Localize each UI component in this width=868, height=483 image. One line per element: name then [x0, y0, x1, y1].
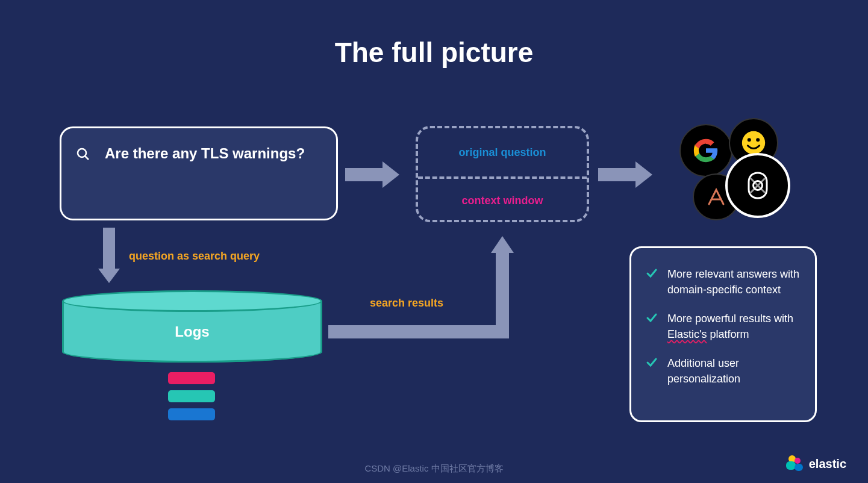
legend-bar-teal — [168, 390, 215, 402]
benefit-text: Additional user personalization — [667, 355, 801, 387]
svg-point-2 — [742, 131, 765, 154]
arrow-question-to-context — [345, 161, 399, 188]
openai-logo-icon — [725, 153, 790, 218]
color-legend-bars — [168, 372, 215, 426]
check-icon — [646, 357, 658, 369]
arrow-question-to-logs — [98, 228, 120, 283]
elastic-wordmark: elastic — [809, 457, 846, 471]
legend-bar-pink — [168, 372, 215, 384]
check-icon — [646, 267, 658, 279]
benefit-item: Additional user personalization — [646, 355, 801, 387]
footer-attribution: CSDN @Elastic 中国社区官方博客 — [0, 463, 868, 475]
arrow-results-to-context — [328, 236, 509, 338]
context-divider — [418, 176, 587, 179]
check-icon — [646, 312, 658, 324]
benefit-item: More relevant answers with domain-specif… — [646, 266, 801, 298]
label-search-results: search results — [370, 297, 443, 310]
benefit-text: More powerful results with Elastic's pla… — [667, 311, 801, 342]
svg-point-0 — [78, 149, 86, 157]
google-logo-icon — [679, 124, 732, 177]
legend-bar-blue — [168, 408, 215, 420]
search-icon — [76, 147, 90, 161]
elastic-logo-icon — [786, 455, 804, 472]
benefits-panel: More relevant answers with domain-specif… — [629, 246, 817, 422]
context-window-section: context window — [418, 176, 587, 225]
label-question-as-query: question as search query — [129, 250, 260, 263]
benefit-text: More relevant answers with domain-specif… — [667, 266, 801, 298]
svg-line-1 — [85, 156, 89, 160]
logs-label: Logs — [62, 323, 322, 340]
search-question-box: Are there any TLS warnings? — [60, 126, 338, 220]
logs-datastore: Logs — [62, 290, 322, 363]
prompt-context-box: original question context window — [416, 126, 589, 222]
svg-point-4 — [756, 138, 760, 142]
svg-point-3 — [748, 138, 751, 142]
llm-provider-cluster — [673, 118, 800, 226]
elastic-logo: elastic — [786, 455, 846, 472]
benefit-item: More powerful results with Elastic's pla… — [646, 311, 801, 342]
arrow-context-to-llm — [598, 161, 652, 188]
search-question-text: Are there any TLS warnings? — [105, 145, 305, 162]
original-question-section: original question — [418, 128, 587, 176]
slide-title: The full picture — [0, 36, 868, 69]
